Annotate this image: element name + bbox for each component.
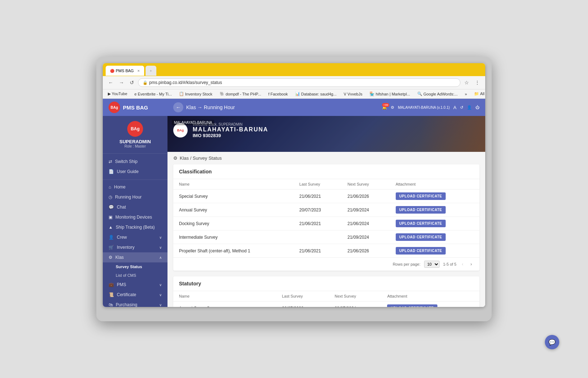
- inventory-chevron: ∨: [159, 246, 162, 249]
- sidebar-item-running-hour[interactable]: ◷ Running Hour: [103, 192, 167, 202]
- stat-col-next-survey-header: Next Survey: [329, 291, 381, 302]
- forward-btn[interactable]: →: [117, 79, 126, 86]
- sidebar-role: Role : Master: [124, 144, 146, 148]
- bookmark-btn[interactable]: ☆: [463, 79, 471, 86]
- sidebar-item-klas[interactable]: ⚙ Klas ∧: [103, 252, 167, 262]
- bookmark-eventbrite[interactable]: e Eventbrite - My Ti...: [132, 91, 174, 97]
- upload-certificate-btn[interactable]: UPLOAD CERTIFICATE: [396, 247, 446, 255]
- active-tab[interactable]: 🔴 PMS BAG ×: [106, 66, 144, 76]
- header-back-button[interactable]: ←: [173, 102, 183, 112]
- purchasing-label: Purchasing: [116, 302, 137, 307]
- sidebar-actions: ⇄ Switch Ship 📄 User Guide: [103, 154, 167, 180]
- row-next-survey: 21/09/2024: [342, 203, 390, 217]
- upload-certificate-btn[interactable]: UPLOAD CERTIFICATE: [387, 304, 437, 307]
- sidebar-item-crew[interactable]: 👤 Crew ∨: [103, 232, 167, 242]
- bookmark-youtube[interactable]: ▶ YouTube: [106, 91, 129, 97]
- bookmark-hifshan[interactable]: 🏪 hifshan | Marketpl...: [367, 91, 412, 97]
- rows-per-page-select-1[interactable]: 10 25 50: [424, 261, 440, 268]
- sidebar-item-inventory[interactable]: 🛒 Inventory ∨: [103, 242, 167, 252]
- power-icon[interactable]: ⏻: [476, 105, 479, 109]
- certificate-icon: 📜: [109, 292, 114, 297]
- sidebar-item-ship-tracking[interactable]: ▲ Ship Tracking (Beta): [103, 222, 167, 232]
- breadcrumb-icon: ⚙: [173, 155, 178, 161]
- settings-icon[interactable]: ⚙: [391, 105, 394, 110]
- sidebar-subitem-list-cms[interactable]: List of CMS: [103, 271, 167, 280]
- switch-ship-btn[interactable]: ⇄ Switch Ship: [103, 157, 167, 167]
- klas-chevron: ∧: [159, 256, 162, 260]
- statutory-table: Name Last Survey Next Survey Attachment …: [173, 291, 479, 307]
- home-icon: ⌂: [109, 185, 111, 190]
- col-next-survey-header: Next Survey: [342, 179, 390, 190]
- sidebar-item-pms[interactable]: 💼 PMS ∨: [103, 280, 167, 290]
- upload-certificate-btn[interactable]: UPLOAD CERTIFICATE: [396, 192, 446, 200]
- user-guide-label: User Guide: [117, 169, 139, 174]
- notification-bell[interactable]: 🔔 +99: [382, 105, 387, 110]
- stat-col-name-header: Name: [173, 291, 276, 302]
- chat-label: Chat: [117, 205, 126, 210]
- crew-label: Crew: [117, 235, 127, 240]
- rows-per-page-label-1: Rows per page:: [393, 262, 421, 266]
- browser-nav-bar: ← → ↺ 🔒 pms.pinbag.co.id/#/klas/survey_s…: [103, 76, 485, 89]
- sidebar-item-purchasing[interactable]: 🛍 Purchasing ∨: [103, 300, 167, 307]
- bookmark-all[interactable]: 📁 All Bookmarks: [472, 91, 485, 97]
- logo-icon: BAg: [109, 102, 120, 113]
- sidebar-username: SUPERADMIN: [119, 139, 151, 144]
- row-attachment: UPLOAD CERTIFICATE: [390, 190, 479, 203]
- user-icon[interactable]: 👤: [467, 105, 472, 110]
- next-page-btn-1[interactable]: ›: [469, 261, 474, 267]
- certificate-chevron: ∨: [159, 293, 162, 297]
- back-btn[interactable]: ←: [106, 79, 115, 86]
- translate-icon[interactable]: A: [453, 105, 456, 110]
- row-name: Propeller Shaft (center-aft), Method 1: [173, 244, 294, 258]
- upload-certificate-btn[interactable]: UPLOAD CERTIFICATE: [396, 233, 446, 241]
- browser-tabs-bar: 🔴 PMS BAG × +: [103, 63, 485, 76]
- prev-page-btn-1[interactable]: ‹: [460, 261, 465, 267]
- reload-btn[interactable]: ↺: [128, 79, 136, 86]
- upload-certificate-btn[interactable]: UPLOAD CERTIFICATE: [396, 220, 446, 227]
- certificate-label: Certificate: [117, 292, 136, 297]
- running-hour-label: Running Hour: [115, 195, 142, 200]
- row-last-survey: [294, 230, 342, 244]
- sidebar-item-chat[interactable]: 💬 Chat: [103, 202, 167, 212]
- bookmark-adwords[interactable]: 🔍 Google AdWords:...: [415, 91, 460, 97]
- table-row: Docking Survey 21/06/2021 21/06/2024 UPL…: [173, 217, 479, 230]
- tab-close-btn[interactable]: ×: [137, 69, 139, 73]
- ship-tracking-icon: ▲: [109, 225, 113, 230]
- ship-banner-label: MALAHAYATI-BARUNA: [172, 120, 214, 125]
- app-header: BAg PMS BAG ← Klas → Running Hour 🔔 +99 …: [103, 99, 485, 116]
- new-tab-btn[interactable]: +: [146, 66, 156, 76]
- pms-chevron: ∨: [159, 283, 162, 287]
- switch-ship-label: Switch Ship: [115, 159, 138, 164]
- row-attachment: UPLOAD CERTIFICATE: [390, 203, 479, 217]
- sidebar-subitem-survey-status[interactable]: Survey Status: [103, 262, 167, 271]
- pagination-info-1: 1-5 of 5: [443, 262, 456, 266]
- bookmark-dompdf[interactable]: 🐘 dompdf - The PHP...: [217, 91, 263, 97]
- row-next-survey: 21/06/2024: [342, 217, 390, 230]
- ship-name: MALAHAYATI-BARUNA: [193, 126, 268, 133]
- bookmark-inventory[interactable]: 📋 Inventory Stock: [177, 91, 215, 97]
- sidebar-item-certificate[interactable]: 📜 Certificate ∨: [103, 290, 167, 300]
- user-guide-btn[interactable]: 📄 User Guide: [103, 167, 167, 177]
- settings-btn[interactable]: ⋮: [473, 79, 482, 86]
- main-layout: BAg SUPERADMIN Role : Master ⇄ Switch Sh…: [103, 116, 485, 307]
- sidebar-item-monitoring[interactable]: ▣ Monitoring Devices: [103, 212, 167, 222]
- bookmark-more[interactable]: »: [463, 91, 469, 97]
- sidebar-item-home[interactable]: ⌂ Home: [103, 182, 167, 192]
- refresh-icon[interactable]: ↺: [460, 105, 463, 110]
- upload-certificate-btn[interactable]: UPLOAD CERTIFICATE: [396, 206, 446, 214]
- laptop-frame: 🔴 PMS BAG × + ← → ↺ 🔒 pms.pinbag.co.id/#…: [96, 57, 492, 321]
- address-bar[interactable]: 🔒 pms.pinbag.co.id/#/klas/survey_status: [138, 78, 460, 87]
- purchasing-chevron: ∨: [159, 303, 162, 307]
- bookmark-database[interactable]: 📊 Database: saud4g...: [293, 91, 339, 97]
- running-hour-icon: ◷: [109, 195, 112, 200]
- classification-section: Classification Name Last Survey Next Sur…: [173, 164, 479, 271]
- row-next-survey: 20/07/2024: [329, 302, 381, 307]
- row-attachment: UPLOAD CERTIFICATE: [381, 302, 479, 307]
- bookmark-facebook[interactable]: f Facebook: [266, 91, 290, 97]
- url-text: pms.pinbag.co.id/#/klas/survey_status: [149, 80, 222, 85]
- ship-banner: MALAHAYATI-BARUNA BAg Welcome Back, SUPE…: [167, 116, 485, 152]
- table-row: Propeller Shaft (center-aft), Method 1 2…: [173, 244, 479, 258]
- sidebar: BAg SUPERADMIN Role : Master ⇄ Switch Sh…: [103, 116, 167, 307]
- bookmark-vvvebjs[interactable]: V VvvebJs: [341, 91, 364, 97]
- monitoring-label: Monitoring Devices: [115, 215, 152, 220]
